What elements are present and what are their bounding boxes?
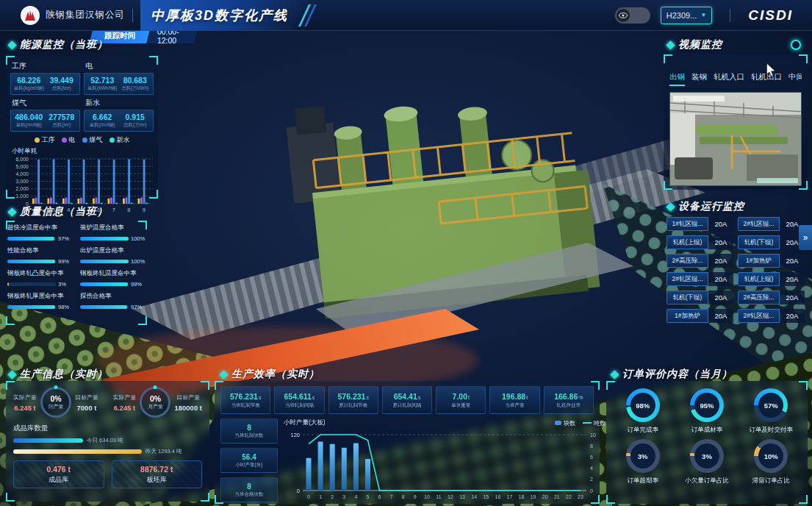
inventory-bar-yesterday: 昨天 1293.4 吨 <box>13 448 202 455</box>
device-name: 轧机(上辊) <box>738 272 780 286</box>
energy-group-box: 68.226单耗(kgce/t钢)39.449总耗(tce) <box>10 73 80 95</box>
donut-label: 订单超期率 <box>627 477 658 485</box>
energy-panel-header: 能源监控（当班） <box>9 38 108 51</box>
stat-value: 8 <box>247 482 251 491</box>
progress-fill <box>80 237 129 240</box>
stat-unit: s <box>312 395 315 400</box>
energy-chart-title: 小时单耗 <box>12 147 154 156</box>
stat-unit: s <box>259 395 262 400</box>
bar-marker-icon <box>555 421 561 425</box>
svg-text:2: 2 <box>590 477 593 482</box>
energy-group: 工序68.226单耗(kgce/t钢)39.449总耗(tce) <box>10 61 80 95</box>
efficiency-stat: 654.611s当班轧制间隔 <box>274 386 324 414</box>
diamond-icon <box>7 40 17 50</box>
svg-text:8: 8 <box>590 443 593 449</box>
metric-label: 单耗(kgce/t钢) <box>12 85 46 92</box>
donut-value: 3% <box>702 452 712 460</box>
quality-grid: 超快冷温度命中率97%装炉温度合格率100%性能合格率99%出炉温度合格率100… <box>6 221 147 313</box>
quality-item: 探伤合格率97% <box>80 292 145 310</box>
energy-metric: 486.040单耗(m³/t钢) <box>12 113 46 129</box>
progress-track <box>7 282 56 286</box>
stat-unit: t <box>468 395 470 400</box>
device-current-value: 20A <box>708 309 733 323</box>
svg-text:22: 22 <box>566 494 572 499</box>
hourly-chart-svg: 1200108642001234567891011121314151617181… <box>284 427 606 501</box>
quality-bar-row: 99% <box>7 258 73 265</box>
legend-item: 新水 <box>109 135 130 145</box>
order-donut: 98%订单完成率 <box>612 388 674 435</box>
donut-value: 95% <box>700 402 714 410</box>
progress-fill <box>80 260 129 263</box>
video-tab-2[interactable]: 轧机入口 <box>714 72 744 86</box>
svg-text:15: 15 <box>483 494 489 499</box>
quality-value: 98% <box>58 304 73 310</box>
progress-fill <box>7 260 55 263</box>
device-cell: 2#轧区辊...20A <box>738 309 805 323</box>
diamond-icon <box>666 202 675 212</box>
metric-value: 68.226 <box>12 76 46 85</box>
efficiency-stat: 654.41s累计轧制间隔 <box>382 386 432 414</box>
device-current-value: 20A <box>708 272 733 286</box>
banner-slash <box>304 4 317 26</box>
video-tab-4[interactable]: 中间冷 <box>788 72 802 86</box>
legend-dot-icon <box>109 138 115 143</box>
orders-panel-header: 订单评价内容（当月） <box>611 368 733 381</box>
quality-bar-row: 97% <box>7 235 73 242</box>
metric-label: 总耗(tce) <box>46 85 79 92</box>
video-tab-0[interactable]: 出钢 <box>669 72 685 86</box>
visibility-toggle[interactable] <box>615 7 650 24</box>
stat-label: 累计轧制间隔 <box>392 402 421 409</box>
title-bar: 陕钢集团汉钢公司 中厚板3D数字化产线 H2309... ▼ CISDI <box>0 0 812 31</box>
daily-gauge: 0% 日产量 <box>40 387 71 418</box>
progress-fill <box>7 305 55 309</box>
donut-ring: 95% <box>690 388 724 422</box>
svg-text:5: 5 <box>367 494 370 499</box>
metric-value: 277578 <box>46 113 79 121</box>
order-donut: 10%滞留订单占比 <box>740 439 802 485</box>
device-name: 轧机(下辊) <box>738 235 780 249</box>
actual-label: 实际产量 <box>13 393 37 402</box>
quality-value: 97% <box>58 235 73 242</box>
efficiency-side-stat: 56.4小时产量(块) <box>220 448 278 473</box>
legend-bars: 块数 <box>555 419 575 427</box>
donut-label: 订单完成率 <box>627 426 658 435</box>
device-cell: 2#高压除...20A <box>667 254 733 268</box>
progress-fill <box>80 282 128 286</box>
device-row: 2#轧区辊...20A轧机(上辊)20A <box>667 272 805 286</box>
legend-label: 煤气 <box>90 135 103 145</box>
legend-label: 电 <box>69 135 76 145</box>
panel-collapse-button[interactable]: » <box>799 225 812 250</box>
device-name: 1#加热炉 <box>738 254 780 268</box>
donut-label: 滞留订单占比 <box>752 477 790 485</box>
svg-text:4,000: 4,000 <box>15 171 29 177</box>
monthly-gauge: 0% 月产量 <box>140 387 170 418</box>
stat-value: 56.4 <box>242 453 256 461</box>
efficiency-side-stats: 8当班轧制块数56.4小时产量(块)8当班合格块数 <box>220 418 278 502</box>
target-value: 7000 t <box>75 404 98 412</box>
progress-fill <box>7 282 9 286</box>
divider <box>132 9 133 22</box>
legend-label: 工序 <box>42 135 55 145</box>
donut-value: 3% <box>638 452 648 460</box>
svg-text:6: 6 <box>378 494 381 499</box>
quality-panel-header: 质量信息（当班） <box>9 205 108 218</box>
video-tab-1[interactable]: 装钢 <box>691 72 707 86</box>
quality-item: 性能合格率99% <box>7 246 73 265</box>
device-row: 轧机(上辊)20A轧机(下辊)20A <box>667 235 805 249</box>
efficiency-panel-header: 生产效率（实时） <box>220 368 320 381</box>
heat-number-value: H2309... <box>667 11 697 20</box>
video-tab-3[interactable]: 轧机出口 <box>751 72 782 86</box>
device-current-value: 20A <box>780 309 805 323</box>
quality-value: 99% <box>131 281 145 288</box>
quality-label: 钢板终轧温度命中率 <box>80 269 145 278</box>
target-label: 目标产量 <box>174 393 202 402</box>
svg-text:3,000: 3,000 <box>15 179 29 184</box>
energy-group: 煤气486.040单耗(m³/t钢)277578总耗(m³) <box>10 98 80 132</box>
camera-icon[interactable] <box>791 40 801 50</box>
progress-track <box>7 237 56 240</box>
order-donuts-bottom: 3%订单超期率3%小欠量订单占比10%滞留订单占比 <box>611 439 803 485</box>
heat-number-select[interactable]: H2309... ▼ <box>661 7 713 24</box>
quality-label: 性能合格率 <box>7 246 73 255</box>
video-feed[interactable] <box>669 92 802 186</box>
energy-legend: 工序电煤气新水 <box>10 135 154 145</box>
